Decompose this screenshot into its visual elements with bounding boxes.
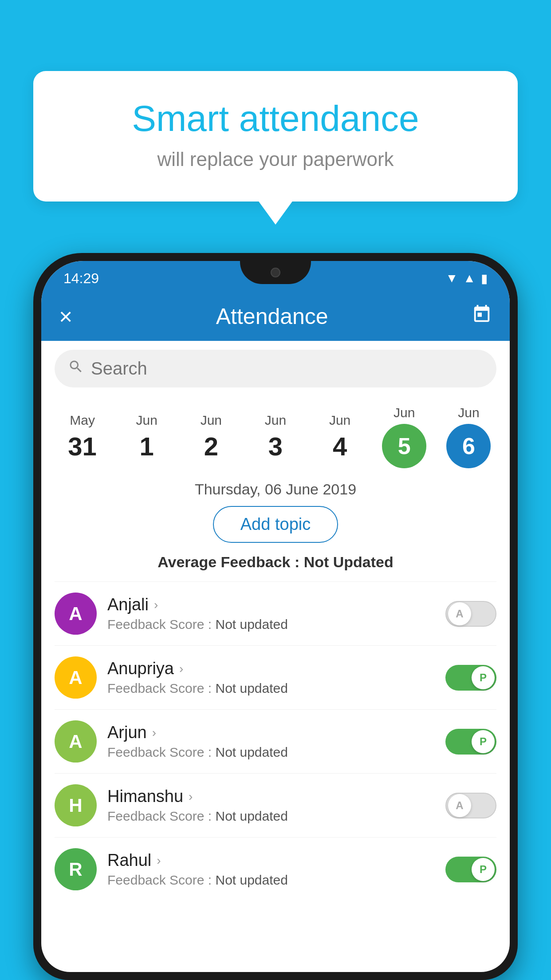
attendance-toggle-1[interactable]: P bbox=[445, 665, 496, 691]
toggle-container-4[interactable]: P bbox=[445, 857, 496, 882]
date-cell-0[interactable]: May31 bbox=[56, 413, 109, 461]
bubble-title: Smart attendance bbox=[69, 98, 482, 139]
student-info-2: Arjun ›Feedback Score : Not updated bbox=[107, 723, 435, 760]
selected-date-label: Thursday, 06 June 2019 bbox=[41, 468, 510, 506]
chevron-icon: › bbox=[152, 726, 156, 740]
search-input[interactable] bbox=[91, 359, 483, 379]
date-cell-1[interactable]: Jun1 bbox=[120, 413, 173, 461]
avatar-0: A bbox=[55, 593, 97, 635]
date-day-3: 3 bbox=[268, 431, 283, 461]
toggle-knob-0: A bbox=[448, 602, 471, 625]
toggle-knob-2: P bbox=[472, 730, 495, 753]
signal-icon: ▲ bbox=[463, 271, 476, 285]
student-info-0: Anjali ›Feedback Score : Not updated bbox=[107, 595, 435, 632]
speech-bubble: Smart attendance will replace your paper… bbox=[33, 71, 518, 202]
front-camera bbox=[271, 268, 280, 277]
date-cell-6[interactable]: Jun6 bbox=[442, 405, 495, 468]
avatar-1: A bbox=[55, 656, 97, 699]
student-info-4: Rahul ›Feedback Score : Not updated bbox=[107, 851, 435, 888]
avatar-2: A bbox=[55, 720, 97, 763]
toggle-knob-1: P bbox=[472, 666, 495, 689]
student-item-0[interactable]: AAnjali ›Feedback Score : Not updatedA bbox=[55, 581, 496, 645]
attendance-toggle-0[interactable]: A bbox=[445, 601, 496, 627]
phone-frame: 14:29 ▼ ▲ ▮ × Attendance bbox=[33, 253, 518, 980]
student-name-0: Anjali › bbox=[107, 595, 435, 614]
average-feedback: Average Feedback : Not Updated bbox=[41, 553, 510, 581]
student-name-4: Rahul › bbox=[107, 851, 435, 870]
add-topic-button[interactable]: Add topic bbox=[213, 506, 338, 543]
date-day-6: 6 bbox=[446, 424, 491, 468]
date-month-4: Jun bbox=[329, 413, 350, 428]
chevron-icon: › bbox=[189, 790, 193, 804]
student-name-3: Himanshu › bbox=[107, 787, 435, 806]
feedback-score-4: Feedback Score : Not updated bbox=[107, 873, 435, 888]
toggle-container-2[interactable]: P bbox=[445, 729, 496, 755]
toggle-knob-4: P bbox=[472, 858, 495, 881]
chevron-icon: › bbox=[154, 598, 158, 612]
feedback-score-0: Feedback Score : Not updated bbox=[107, 617, 435, 632]
chevron-icon: › bbox=[157, 854, 161, 868]
date-cell-2[interactable]: Jun2 bbox=[185, 413, 238, 461]
date-month-2: Jun bbox=[201, 413, 222, 428]
student-info-3: Himanshu ›Feedback Score : Not updated bbox=[107, 787, 435, 824]
date-day-5: 5 bbox=[382, 424, 426, 468]
status-time: 14:29 bbox=[63, 270, 99, 287]
chevron-icon: › bbox=[179, 662, 183, 676]
app-bar-title: Attendance bbox=[216, 304, 328, 329]
status-icons: ▼ ▲ ▮ bbox=[446, 271, 488, 286]
date-day-2: 2 bbox=[204, 431, 218, 461]
toggle-container-3[interactable]: A bbox=[445, 793, 496, 818]
date-month-5: Jun bbox=[394, 405, 415, 420]
date-month-0: May bbox=[70, 413, 95, 428]
date-row: May31Jun1Jun2Jun3Jun4Jun5Jun6 bbox=[41, 396, 510, 468]
avg-feedback-value: Not Updated bbox=[304, 553, 394, 570]
student-item-1[interactable]: AAnupriya ›Feedback Score : Not updatedP bbox=[55, 645, 496, 709]
student-info-1: Anupriya ›Feedback Score : Not updated bbox=[107, 659, 435, 696]
date-cell-3[interactable]: Jun3 bbox=[249, 413, 302, 461]
close-button[interactable]: × bbox=[59, 303, 72, 330]
student-item-3[interactable]: HHimanshu ›Feedback Score : Not updatedA bbox=[55, 773, 496, 837]
student-name-1: Anupriya › bbox=[107, 659, 435, 678]
search-icon bbox=[68, 359, 84, 379]
calendar-icon[interactable] bbox=[472, 304, 492, 329]
date-cell-4[interactable]: Jun4 bbox=[313, 413, 366, 461]
feedback-score-3: Feedback Score : Not updated bbox=[107, 809, 435, 824]
student-item-4[interactable]: RRahul ›Feedback Score : Not updatedP bbox=[55, 837, 496, 901]
toggle-container-0[interactable]: A bbox=[445, 601, 496, 627]
student-item-2[interactable]: AArjun ›Feedback Score : Not updatedP bbox=[55, 709, 496, 773]
app-bar: × Attendance bbox=[41, 292, 510, 341]
toggle-container-1[interactable]: P bbox=[445, 665, 496, 691]
date-month-1: Jun bbox=[136, 413, 157, 428]
date-day-0: 31 bbox=[68, 431, 97, 461]
date-cell-5[interactable]: Jun5 bbox=[378, 405, 431, 468]
wifi-icon: ▼ bbox=[446, 271, 458, 285]
attendance-toggle-4[interactable]: P bbox=[445, 857, 496, 882]
attendance-toggle-3[interactable]: A bbox=[445, 793, 496, 818]
search-bar[interactable] bbox=[55, 350, 496, 387]
student-name-2: Arjun › bbox=[107, 723, 435, 742]
bubble-subtitle: will replace your paperwork bbox=[69, 148, 482, 170]
date-month-6: Jun bbox=[458, 405, 479, 420]
date-day-4: 4 bbox=[333, 431, 347, 461]
avatar-4: R bbox=[55, 848, 97, 890]
avatar-3: H bbox=[55, 784, 97, 826]
attendance-toggle-2[interactable]: P bbox=[445, 729, 496, 755]
phone-notch bbox=[240, 261, 311, 284]
toggle-knob-3: A bbox=[448, 794, 471, 817]
date-month-3: Jun bbox=[265, 413, 286, 428]
avg-feedback-label: Average Feedback : bbox=[157, 553, 303, 570]
date-day-1: 1 bbox=[140, 431, 154, 461]
battery-icon: ▮ bbox=[481, 271, 488, 286]
feedback-score-1: Feedback Score : Not updated bbox=[107, 681, 435, 696]
student-list: AAnjali ›Feedback Score : Not updatedAAA… bbox=[41, 581, 510, 901]
feedback-score-2: Feedback Score : Not updated bbox=[107, 745, 435, 760]
phone-screen: 14:29 ▼ ▲ ▮ × Attendance bbox=[41, 261, 510, 972]
